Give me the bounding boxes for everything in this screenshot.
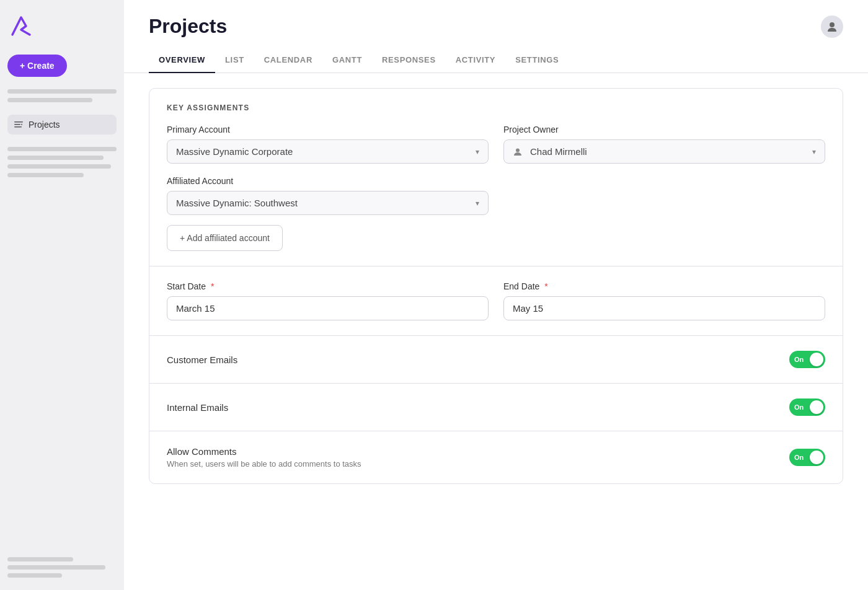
allow-comments-sublabel: When set, users will be able to add comm… [167, 459, 361, 469]
allow-comments-label: Allow Comments [167, 446, 361, 457]
project-owner-group: Project Owner Chad Mirmelli ▾ [503, 125, 825, 164]
sidebar-line [7, 565, 105, 570]
primary-account-value: Massive Dynamic Corporate [176, 146, 293, 157]
tab-responses[interactable]: RESPONSES [372, 48, 446, 73]
toggle-thumb [810, 451, 823, 464]
page-header: Projects [124, 0, 868, 38]
tab-settings[interactable]: SETTINGS [505, 48, 569, 73]
primary-account-select[interactable]: Massive Dynamic Corporate ▾ [167, 139, 489, 164]
toggle-on-text: On [794, 403, 804, 411]
account-owner-row: Primary Account Massive Dynamic Corporat… [167, 125, 825, 164]
customer-emails-label: Customer Emails [167, 354, 237, 365]
tab-bar: OVERVIEW LIST CALENDAR GANTT RESPONSES A… [124, 48, 868, 73]
sidebar-menu-group-2 [7, 144, 117, 180]
primary-account-group: Primary Account Massive Dynamic Corporat… [167, 125, 489, 164]
create-button[interactable]: + Create [7, 55, 67, 77]
customer-emails-row: Customer Emails On [167, 351, 825, 368]
sidebar-item-projects[interactable]: Projects [7, 115, 117, 134]
sidebar-line [7, 573, 62, 578]
project-owner-select[interactable]: Chad Mirmelli ▾ [503, 139, 825, 164]
tab-calendar[interactable]: CALENDAR [254, 48, 322, 73]
user-avatar[interactable] [821, 15, 843, 38]
chevron-down-icon: ▾ [476, 199, 479, 208]
sidebar-line [7, 89, 117, 94]
toggle-thumb [810, 400, 823, 414]
primary-account-label: Primary Account [167, 125, 489, 134]
affiliated-account-label: Affiliated Account [167, 176, 489, 186]
chevron-down-icon: ▾ [476, 148, 479, 156]
sidebar-line [7, 173, 84, 177]
affiliated-account-row: Affiliated Account Massive Dynamic: Sout… [167, 176, 825, 215]
projects-icon [14, 120, 24, 130]
sidebar-line [7, 98, 92, 102]
svg-point-5 [516, 148, 520, 152]
tab-gantt[interactable]: GANTT [322, 48, 372, 73]
customer-emails-section: Customer Emails On [149, 336, 843, 384]
svg-rect-0 [14, 121, 23, 123]
sidebar-line [7, 557, 73, 561]
affiliated-account-select[interactable]: Massive Dynamic: Southwest ▾ [167, 191, 489, 215]
svg-rect-2 [14, 126, 22, 128]
required-indicator: * [208, 281, 214, 291]
key-assignments-section: KEY ASSIGNMENTS Primary Account Massive … [149, 89, 843, 266]
allow-comments-row: Allow Comments When set, users will be a… [167, 446, 825, 469]
svg-rect-1 [14, 124, 20, 125]
page-content: KEY ASSIGNMENTS Primary Account Massive … [124, 73, 868, 590]
start-date-input[interactable] [167, 296, 489, 320]
user-icon [826, 20, 838, 33]
chevron-down-icon: ▾ [812, 148, 816, 156]
logo [7, 12, 35, 40]
allow-comments-text-group: Allow Comments When set, users will be a… [167, 446, 361, 469]
allow-comments-section: Allow Comments When set, users will be a… [149, 431, 843, 483]
internal-emails-section: Internal Emails On [149, 384, 843, 431]
start-date-group: Start Date * [167, 281, 489, 320]
dates-row: Start Date * End Date * [167, 281, 825, 320]
sidebar: + Create Projects [0, 0, 124, 590]
end-date-group: End Date * [503, 281, 825, 320]
required-indicator: * [542, 281, 547, 291]
allow-comments-toggle[interactable]: On [789, 449, 825, 466]
sidebar-menu-group-1 [7, 87, 117, 105]
internal-emails-row: Internal Emails On [167, 398, 825, 416]
sidebar-bottom [7, 557, 117, 578]
sidebar-line [7, 147, 117, 151]
svg-point-4 [830, 22, 835, 27]
page-title: Projects [149, 15, 227, 38]
end-date-input[interactable] [503, 296, 825, 320]
tab-activity[interactable]: ACTIVITY [446, 48, 505, 73]
start-date-label: Start Date * [167, 281, 489, 291]
allow-comments-toggle-container: On [789, 449, 825, 466]
toggle-on-text: On [794, 356, 804, 363]
toggle-thumb [810, 353, 823, 366]
sidebar-projects-label: Projects [29, 120, 60, 130]
key-assignments-card: KEY ASSIGNMENTS Primary Account Massive … [149, 88, 843, 484]
sidebar-line [7, 164, 111, 169]
tab-list[interactable]: LIST [215, 48, 254, 73]
svg-point-3 [21, 124, 22, 125]
internal-emails-toggle[interactable]: On [789, 398, 825, 416]
project-owner-label: Project Owner [503, 125, 825, 134]
customer-emails-toggle-container: On [789, 351, 825, 368]
internal-emails-label: Internal Emails [167, 402, 228, 413]
section-title: KEY ASSIGNMENTS [167, 103, 825, 112]
customer-emails-toggle[interactable]: On [789, 351, 825, 368]
user-icon [513, 147, 523, 157]
project-owner-value: Chad Mirmelli [513, 146, 587, 157]
dates-section: Start Date * End Date * [149, 266, 843, 336]
affiliated-account-value: Massive Dynamic: Southwest [176, 198, 298, 208]
add-affiliated-button[interactable]: + Add affiliated account [167, 225, 283, 251]
end-date-label: End Date * [503, 281, 825, 291]
affiliated-account-group: Affiliated Account Massive Dynamic: Sout… [167, 176, 489, 215]
toggle-on-text: On [794, 454, 804, 461]
sidebar-line [7, 156, 104, 160]
main-content: Projects OVERVIEW LIST CALENDAR GANTT RE… [124, 0, 868, 590]
tab-overview[interactable]: OVERVIEW [149, 48, 215, 73]
internal-emails-toggle-container: On [789, 398, 825, 416]
